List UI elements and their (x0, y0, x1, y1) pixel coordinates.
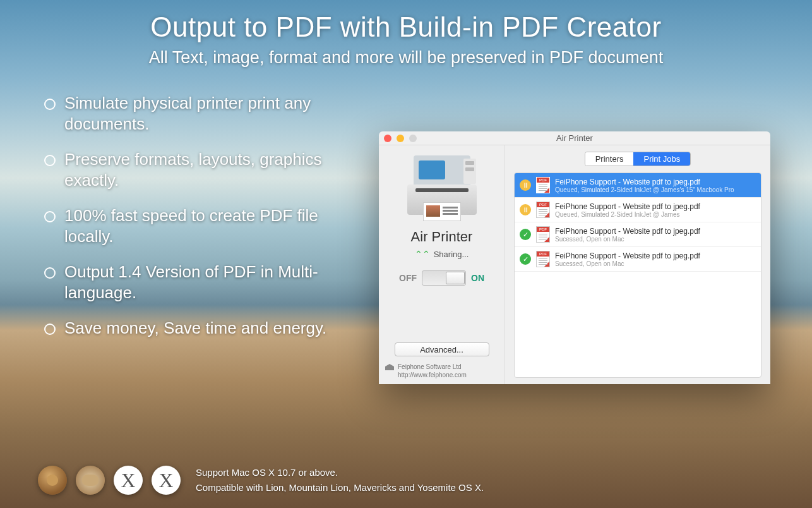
tab-control: Printers Print Jobs (585, 152, 691, 166)
job-subtitle: Queued, Simulated 2-Sided InkJet @ James (555, 211, 700, 218)
titlebar: Air Printer (379, 131, 770, 145)
job-item[interactable]: ⏸FeiPhone Support - Website pdf to jpeg.… (515, 198, 761, 222)
window-title: Air Printer (379, 133, 770, 143)
feature-item: Output 1.4 Version of PDF in Multi-langu… (44, 262, 328, 303)
footer-line1: Support Mac OS X 10.7 or above. (196, 465, 484, 480)
company-info: Feiphone Software Ltd http://www.feiphon… (385, 363, 498, 379)
power-toggle[interactable] (422, 270, 466, 286)
job-item[interactable]: ⏸FeiPhone Support - Website pdf to jpeg.… (515, 173, 761, 198)
os-mavericks-icon: X (114, 466, 143, 495)
advanced-button[interactable]: Advanced... (395, 342, 489, 356)
sidebar: Air Printer ⌃⌃ Sharing... OFF ON Advance… (379, 145, 505, 384)
pdf-icon (536, 251, 550, 267)
app-window: Air Printer Air Printer ⌃⌃ Sharing... OF… (379, 131, 770, 384)
pdf-icon (536, 177, 550, 193)
status-queued-icon: ⏸ (520, 204, 531, 215)
printer-icon (404, 155, 480, 225)
status-queued-icon: ⏸ (520, 179, 531, 191)
os-mountain-lion-icon (76, 466, 105, 495)
job-subtitle: Queued, Simulated 2-Sided InkJet @ James… (555, 186, 734, 193)
toggle-off-label: OFF (399, 273, 417, 283)
footer-text: Support Mac OS X 10.7 or above. Compatib… (196, 465, 484, 495)
power-toggle-row: OFF ON (399, 270, 484, 286)
status-success-icon: ✓ (520, 229, 531, 240)
toggle-on-label: ON (471, 273, 484, 283)
status-success-icon: ✓ (520, 253, 531, 265)
os-yosemite-icon: X (152, 466, 181, 495)
footer-line2: Compatible with Lion, Mountain Lion, Mav… (196, 480, 484, 495)
os-lion-icon (38, 466, 67, 495)
pdf-icon (536, 226, 550, 243)
app-name-label: Air Printer (411, 229, 473, 245)
sharing-label: Sharing... (434, 250, 469, 259)
pdf-icon (536, 202, 550, 218)
job-subtitle: Sucessed, Open on Mac (555, 236, 700, 243)
company-url: http://www.feiphone.com (398, 371, 467, 379)
job-title: FeiPhone Support - Website pdf to jpeg.p… (555, 202, 700, 211)
feature-item: Simulate physical printer print any docu… (44, 93, 328, 134)
company-icon (385, 364, 394, 370)
job-subtitle: Sucessed, Open on Mac (555, 260, 700, 267)
job-title: FeiPhone Support - Website pdf to jpeg.p… (555, 178, 734, 186)
tab-print-jobs[interactable]: Print Jobs (633, 152, 690, 166)
footer: X X Support Mac OS X 10.7 or above. Comp… (38, 465, 484, 495)
feature-item: 100% fast speed to create PDF file local… (44, 205, 328, 246)
headline: Output to PDF with Build-in PDF Creator … (0, 0, 812, 68)
headline-title: Output to PDF with Build-in PDF Creator (25, 11, 787, 43)
company-name: Feiphone Software Ltd (398, 363, 467, 371)
headline-subtitle: All Text, image, format and more will be… (25, 48, 787, 68)
main-panel: Printers Print Jobs ⏸FeiPhone Support - … (505, 145, 770, 384)
tab-printers[interactable]: Printers (585, 152, 634, 166)
feature-list: Simulate physical printer print any docu… (44, 93, 328, 339)
sharing-status: ⌃⌃ Sharing... (415, 249, 469, 259)
job-title: FeiPhone Support - Website pdf to jpeg.p… (555, 227, 700, 236)
feature-item: Save money, Save time and energy. (44, 318, 328, 339)
feature-item: Preserve formats, layouts, graphics exac… (44, 149, 328, 190)
wifi-icon: ⌃⌃ (415, 249, 430, 259)
job-item[interactable]: ✓FeiPhone Support - Website pdf to jpeg.… (515, 222, 761, 247)
job-item[interactable]: ✓FeiPhone Support - Website pdf to jpeg.… (515, 247, 761, 272)
job-title: FeiPhone Support - Website pdf to jpeg.p… (555, 251, 700, 260)
job-list: ⏸FeiPhone Support - Website pdf to jpeg.… (514, 172, 761, 378)
